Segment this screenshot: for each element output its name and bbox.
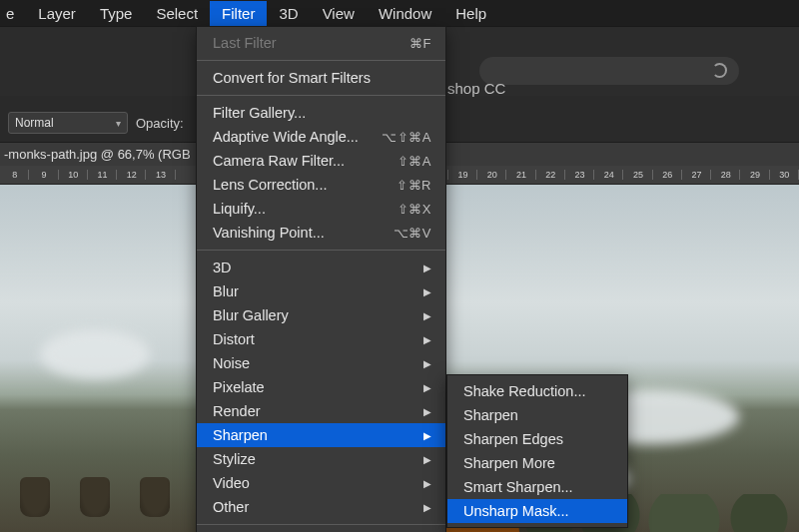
opacity-label: Opacity: (136, 116, 184, 131)
search-field[interactable] (479, 57, 739, 85)
ruler-tick: 23 (565, 170, 594, 180)
submenu-arrow-icon: ▶ (423, 358, 431, 369)
menu-item-filter-gallery[interactable]: Filter Gallery... (197, 101, 445, 125)
menu-item-sharpen[interactable]: Sharpen▶ (197, 423, 445, 447)
submenu-arrow-icon: ▶ (423, 478, 431, 489)
menu-item-label: Filter Gallery... (213, 105, 306, 121)
ruler-tick: 9 (29, 170, 58, 180)
submenu-arrow-icon: ▶ (423, 310, 431, 321)
menu-item-label: Last Filter (213, 35, 277, 51)
menu-view[interactable]: View (311, 1, 367, 26)
menu-separator (197, 60, 445, 61)
menu-item-shortcut: ⇧⌘R (397, 178, 431, 193)
ruler-tick: 24 (594, 170, 623, 180)
submenu-item-sharpen-edges[interactable]: Sharpen Edges (447, 427, 627, 451)
submenu-arrow-icon: ▶ (423, 334, 431, 345)
menu-filter[interactable]: Filter (210, 1, 267, 26)
sharpen-submenu: Shake Reduction...SharpenSharpen EdgesSh… (446, 374, 628, 528)
submenu-item-sharpen-more[interactable]: Sharpen More (447, 451, 627, 475)
menu-item-render[interactable]: Render▶ (197, 399, 445, 423)
menu-separator (197, 95, 445, 96)
stump (80, 477, 110, 517)
menu-item-pixelate[interactable]: Pixelate▶ (197, 375, 445, 399)
menu-item-label: Convert for Smart Filters (213, 70, 371, 86)
menu-select[interactable]: Select (144, 1, 210, 26)
menu-item-3d[interactable]: 3D▶ (197, 256, 445, 279)
menu-item-vanishing-point[interactable]: Vanishing Point...⌥⌘V (197, 221, 445, 245)
ruler-tick: 29 (740, 170, 769, 180)
menu-window[interactable]: Window (367, 1, 443, 26)
menu-item-convert-for-smart-filters[interactable]: Convert for Smart Filters (197, 66, 445, 90)
menu-item-label: Distort (213, 331, 255, 347)
menu-item-blur-gallery[interactable]: Blur Gallery▶ (197, 303, 445, 327)
menu-item-label: Stylize (213, 451, 256, 467)
menu-item-label: Blur Gallery (213, 307, 289, 323)
submenu-item-shake-reduction[interactable]: Shake Reduction... (447, 379, 627, 403)
menu-3d[interactable]: 3D (267, 1, 310, 26)
menubar: e Layer Type Select Filter 3D View Windo… (0, 0, 799, 26)
menu-item-label: Other (213, 499, 249, 515)
ruler-tick: 8 (0, 170, 29, 180)
menu-item-label: Adaptive Wide Angle... (213, 129, 359, 145)
menu-item-shortcut: ⌘F (409, 36, 431, 51)
ruler-tick: 26 (653, 170, 682, 180)
ruler-tick: 22 (536, 170, 565, 180)
menu-item-label: 3D (213, 260, 232, 275)
menu-item-shortcut: ⌥⇧⌘A (382, 130, 431, 145)
menu-item-label: Pixelate (213, 379, 265, 395)
menu-item-label: Lens Correction... (213, 177, 327, 193)
stump (140, 477, 170, 517)
submenu-arrow-icon: ▶ (423, 454, 431, 465)
submenu-arrow-icon: ▶ (423, 263, 431, 273)
menu-item-other[interactable]: Other▶ (197, 495, 445, 519)
menu-item-label: Noise (213, 355, 250, 371)
document-tab-label: -monks-path.jpg @ 66,7% (RGB (4, 147, 191, 162)
menu-item-blur[interactable]: Blur▶ (197, 279, 445, 303)
menu-item-label: Smart Sharpen... (463, 479, 573, 495)
ruler-tick: 21 (506, 170, 535, 180)
ruler-tick: 25 (623, 170, 652, 180)
blend-mode-select[interactable]: Normal ▾ (8, 112, 128, 134)
menu-item-label: Unsharp Mask... (463, 503, 569, 519)
submenu-item-smart-sharpen[interactable]: Smart Sharpen... (447, 475, 627, 499)
submenu-arrow-icon: ▶ (423, 382, 431, 393)
menu-item-stylize[interactable]: Stylize▶ (197, 447, 445, 471)
menu-item-label: Sharpen (213, 427, 268, 443)
menu-item-last-filter: Last Filter⌘F (197, 31, 445, 55)
menu-item-label: Shake Reduction... (463, 383, 586, 399)
menu-item-lens-correction[interactable]: Lens Correction...⇧⌘R (197, 173, 445, 197)
ruler-tick: 11 (88, 170, 117, 180)
blend-options: Normal ▾ Opacity: (8, 112, 184, 134)
menu-item-label: Camera Raw Filter... (213, 153, 345, 169)
chevron-down-icon: ▾ (116, 118, 121, 129)
menu-item-distort[interactable]: Distort▶ (197, 327, 445, 351)
ruler-tick: 27 (682, 170, 711, 180)
menu-item-liquify[interactable]: Liquify...⇧⌘X (197, 197, 445, 221)
ruler-tick: 20 (477, 170, 506, 180)
menu-item-label: Liquify... (213, 201, 266, 217)
ruler-tick: 30 (770, 170, 799, 180)
blend-mode-value: Normal (15, 116, 54, 130)
menu-item-label: Blur (213, 283, 239, 299)
submenu-arrow-icon: ▶ (423, 430, 431, 441)
menu-item-video[interactable]: Video▶ (197, 471, 445, 495)
refresh-icon[interactable] (712, 63, 727, 78)
menu-help[interactable]: Help (443, 1, 498, 26)
submenu-item-sharpen[interactable]: Sharpen (447, 403, 627, 427)
stump (20, 477, 50, 517)
menu-item-adaptive-wide-angle[interactable]: Adaptive Wide Angle...⌥⇧⌘A (197, 125, 445, 149)
menu-item-camera-raw-filter[interactable]: Camera Raw Filter...⇧⌘A (197, 149, 445, 173)
menu-separator (197, 250, 445, 251)
submenu-item-unsharp-mask[interactable]: Unsharp Mask... (447, 499, 627, 523)
menu-edit-partial[interactable]: e (0, 1, 26, 26)
ruler-tick: 10 (59, 170, 88, 180)
submenu-arrow-icon: ▶ (423, 502, 431, 513)
menu-item-label: Sharpen (463, 407, 518, 423)
ruler-tick: 28 (711, 170, 740, 180)
submenu-arrow-icon: ▶ (423, 286, 431, 297)
menu-item-label: Sharpen More (463, 455, 555, 471)
menu-type[interactable]: Type (88, 1, 145, 26)
menu-separator (197, 524, 445, 525)
menu-layer[interactable]: Layer (26, 1, 88, 26)
menu-item-noise[interactable]: Noise▶ (197, 351, 445, 375)
